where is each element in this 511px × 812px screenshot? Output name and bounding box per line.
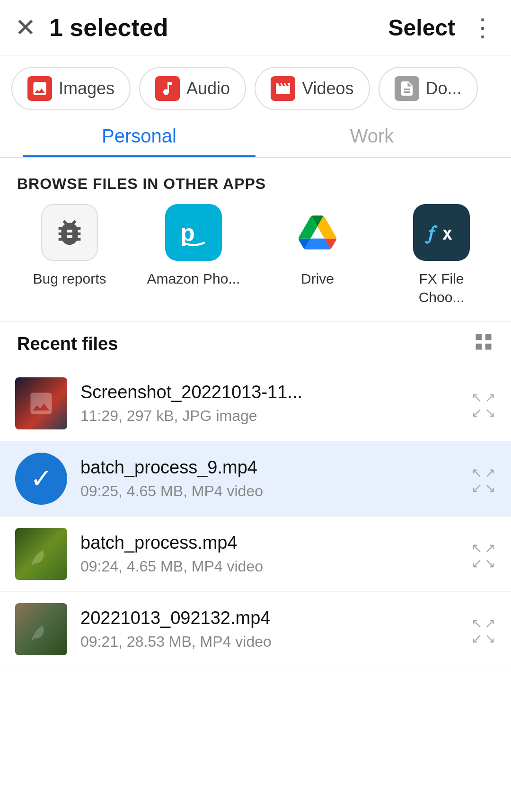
header: ✕ 1 selected Select ⋮: [0, 0, 511, 55]
docs-icon: [395, 76, 419, 101]
videos-icon: [271, 76, 295, 101]
file-info: batch_process.mp4 09:24, 4.65 MB, MP4 vi…: [80, 533, 458, 575]
app-drive[interactable]: Drive: [270, 204, 365, 306]
recent-files-title: Recent files: [17, 334, 473, 354]
selected-indicator: ✓: [15, 453, 67, 505]
apps-grid: Bug reports p Amazon Pho...: [0, 204, 511, 321]
file-name: 20221013_092132.mp4: [80, 608, 458, 628]
file-thumbnail: [15, 603, 67, 655]
file-list: Screenshot_20221013-11... 11:29, 297 kB,…: [0, 366, 511, 667]
fx-label: FX File Choo...: [394, 269, 489, 306]
category-docs[interactable]: Do...: [379, 67, 478, 110]
file-info: Screenshot_20221013-11... 11:29, 297 kB,…: [80, 382, 458, 425]
file-meta: 09:24, 4.65 MB, MP4 video: [80, 558, 458, 575]
tab-personal[interactable]: Personal: [23, 125, 256, 157]
browse-section: BROWSE FILES IN OTHER APPS Bug reports p…: [0, 158, 511, 321]
selected-count: 1 selected: [49, 13, 388, 42]
videos-label: Videos: [302, 79, 353, 98]
file-item[interactable]: ✓ batch_process_9.mp4 09:25, 4.65 MB, MP…: [0, 441, 511, 517]
fx-icon: 𝑓 x: [413, 204, 470, 261]
file-name: batch_process.mp4: [80, 533, 458, 553]
app-bug-reports[interactable]: Bug reports: [22, 204, 117, 306]
tabs: Personal Work: [0, 125, 511, 158]
audio-icon: [155, 76, 180, 101]
category-images[interactable]: Images: [11, 67, 131, 110]
file-thumbnail: [15, 377, 67, 429]
close-button[interactable]: ✕: [15, 15, 36, 40]
expand-icon[interactable]: ↖ ↗ ↙ ↘: [471, 542, 496, 566]
file-thumbnail: [15, 528, 67, 580]
drive-icon: [289, 204, 346, 261]
category-videos[interactable]: Videos: [255, 67, 370, 110]
file-info: 20221013_092132.mp4 09:21, 28.53 MB, MP4…: [80, 608, 458, 651]
file-name: Screenshot_20221013-11...: [80, 382, 458, 402]
category-bar: Images Audio Videos Do...: [0, 55, 511, 110]
svg-text:𝑓: 𝑓: [425, 221, 438, 244]
expand-icon[interactable]: ↖ ↗ ↙ ↘: [471, 617, 496, 642]
category-audio[interactable]: Audio: [139, 67, 246, 110]
bug-reports-label: Bug reports: [33, 269, 106, 288]
tab-work[interactable]: Work: [256, 125, 488, 157]
file-name: batch_process_9.mp4: [80, 457, 458, 478]
docs-label: Do...: [426, 79, 462, 98]
file-meta: 09:25, 4.65 MB, MP4 video: [80, 482, 458, 500]
drive-label: Drive: [301, 269, 334, 288]
file-item[interactable]: 20221013_092132.mp4 09:21, 28.53 MB, MP4…: [0, 592, 511, 667]
browse-section-title: BROWSE FILES IN OTHER APPS: [0, 158, 511, 204]
amazon-photos-label: Amazon Pho...: [147, 269, 240, 288]
file-item[interactable]: Screenshot_20221013-11... 11:29, 297 kB,…: [0, 366, 511, 441]
file-meta: 09:21, 28.53 MB, MP4 video: [80, 633, 458, 651]
images-icon: [27, 76, 52, 101]
svg-text:x: x: [442, 223, 452, 244]
grid-view-button[interactable]: [473, 331, 494, 357]
file-item[interactable]: batch_process.mp4 09:24, 4.65 MB, MP4 vi…: [0, 517, 511, 592]
recent-files-header: Recent files: [0, 321, 511, 366]
expand-icon[interactable]: ↖ ↗ ↙ ↘: [471, 391, 496, 416]
amazon-photos-icon: p: [165, 204, 222, 261]
app-amazon-photos[interactable]: p Amazon Pho...: [146, 204, 241, 306]
file-meta: 11:29, 297 kB, JPG image: [80, 407, 458, 425]
bug-reports-icon: [41, 204, 98, 261]
app-fx-file-chooser[interactable]: 𝑓 x FX File Choo...: [394, 204, 489, 306]
expand-icon[interactable]: ↖ ↗ ↙ ↘: [471, 466, 496, 491]
audio-label: Audio: [186, 79, 230, 98]
select-button[interactable]: Select: [388, 15, 455, 41]
file-info: batch_process_9.mp4 09:25, 4.65 MB, MP4 …: [80, 457, 458, 500]
more-options-button[interactable]: ⋮: [470, 13, 496, 42]
images-label: Images: [59, 79, 115, 98]
